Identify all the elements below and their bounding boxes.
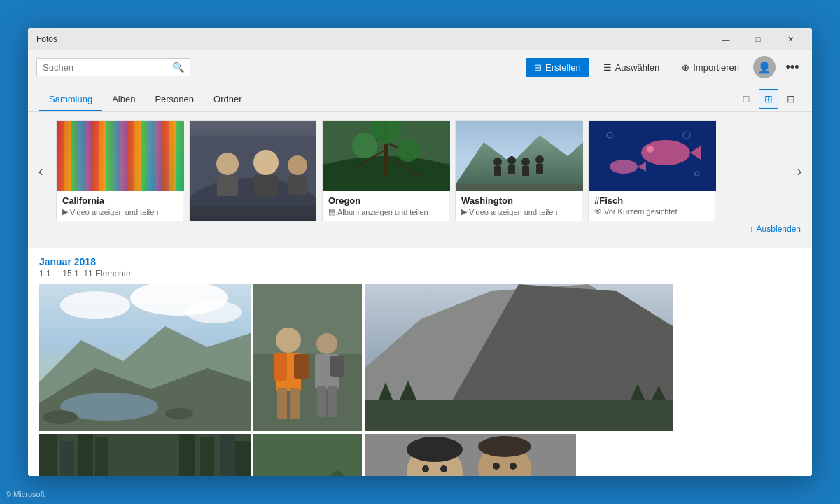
svg-rect-74 bbox=[78, 434, 93, 476]
minimize-button[interactable]: — bbox=[710, 28, 742, 50]
svg-point-33 bbox=[647, 146, 654, 153]
svg-point-23 bbox=[507, 156, 516, 164]
desktop: Fotos — □ ✕ 🔍 ⊞ Erstellen ☰ Auswählen bbox=[0, 0, 840, 504]
window-controls: — □ ✕ bbox=[710, 28, 806, 50]
svg-rect-7 bbox=[288, 175, 307, 195]
album-info-glueckliche: Glückliche Tage ☺ #lächeln bbox=[190, 220, 316, 221]
app-title: Fotos bbox=[36, 34, 57, 44]
tab-sammlung[interactable]: Sammlung bbox=[39, 88, 102, 111]
album-card-glueckliche[interactable]: Glückliche Tage ☺ #lächeln bbox=[189, 120, 316, 221]
search-box[interactable]: 🔍 bbox=[36, 58, 190, 76]
album-subtitle-fisch: 👁 Vor Kurzem gesichtet bbox=[594, 207, 709, 216]
video-icon: ▶ bbox=[62, 207, 68, 216]
erstellen-label: Erstellen bbox=[545, 62, 581, 73]
video-icon-2: ▶ bbox=[461, 207, 467, 216]
photo-grid-row1 bbox=[39, 284, 801, 431]
erstellen-button[interactable]: ⊞ Erstellen bbox=[526, 58, 589, 77]
album-info-oregon: Oregon ▤ Album anzeigen und teilen bbox=[323, 191, 449, 220]
svg-rect-60 bbox=[328, 386, 337, 417]
photos-section: Januar 2018 1.1. – 15.1. 11 Elemente bbox=[28, 248, 812, 476]
svg-point-89 bbox=[422, 465, 429, 472]
svg-rect-53 bbox=[294, 354, 309, 379]
svg-point-91 bbox=[493, 463, 500, 470]
close-button[interactable]: ✕ bbox=[774, 28, 806, 50]
microsoft-credit: © Microsoft bbox=[6, 490, 45, 498]
maximize-button[interactable]: □ bbox=[742, 28, 774, 50]
svg-rect-5 bbox=[254, 175, 278, 197]
auswaehlen-label: Auswählen bbox=[615, 62, 660, 73]
tab-alben[interactable]: Alben bbox=[102, 88, 145, 111]
view-grid-button[interactable]: ⊞ bbox=[759, 89, 778, 108]
svg-point-88 bbox=[478, 436, 531, 457]
erstellen-icon: ⊞ bbox=[534, 62, 542, 73]
svg-point-44 bbox=[165, 408, 193, 419]
section-meta: 1.1. – 15.1. 11 Elemente bbox=[39, 269, 801, 284]
carousel-next-button[interactable]: › bbox=[787, 163, 812, 179]
svg-point-92 bbox=[510, 463, 517, 470]
svg-rect-76 bbox=[179, 434, 195, 476]
svg-point-25 bbox=[522, 158, 530, 166]
tab-personen[interactable]: Personen bbox=[145, 88, 204, 111]
tab-ordner[interactable]: Ordner bbox=[204, 88, 251, 111]
album-card-washington[interactable]: Washington ▶ Video anzeigen und teilen bbox=[455, 120, 582, 221]
nav-tabs-list: Sammlung Alben Personen Ordner bbox=[39, 88, 252, 111]
svg-point-43 bbox=[43, 410, 78, 424]
view-controls: □ ⊞ ⊟ bbox=[736, 89, 801, 111]
albums-list: California ▶ Video anzeigen und teilen bbox=[53, 120, 787, 221]
svg-rect-72 bbox=[39, 434, 57, 476]
svg-point-34 bbox=[610, 160, 638, 174]
svg-rect-22 bbox=[494, 166, 501, 176]
view-single-button[interactable]: □ bbox=[736, 89, 756, 108]
album-title-fisch: #Fisch bbox=[594, 195, 709, 206]
search-icon: 🔍 bbox=[172, 62, 184, 73]
nav-tabs: Sammlung Alben Personen Ordner □ ⊞ ⊟ bbox=[28, 84, 812, 112]
svg-point-90 bbox=[440, 465, 447, 472]
collapse-button[interactable]: ↑ Ausblenden bbox=[750, 224, 801, 234]
svg-point-21 bbox=[493, 158, 502, 166]
photo-people-faces[interactable] bbox=[365, 434, 576, 476]
album-thumb-fisch bbox=[589, 121, 716, 191]
album-card-oregon[interactable]: Oregon ▤ Album anzeigen und teilen bbox=[322, 120, 449, 221]
svg-point-47 bbox=[186, 301, 242, 323]
album-card-california[interactable]: California ▶ Video anzeigen und teilen bbox=[56, 120, 183, 221]
svg-point-50 bbox=[276, 328, 301, 353]
carousel-prev-button[interactable]: ‹ bbox=[28, 163, 53, 179]
album-title-oregon: Oregon bbox=[328, 195, 443, 206]
photo-mountain[interactable] bbox=[365, 284, 673, 431]
svg-rect-52 bbox=[274, 353, 287, 381]
album-thumb-oregon bbox=[323, 121, 450, 191]
svg-rect-24 bbox=[508, 164, 515, 174]
album-info-fisch: #Fisch 👁 Vor Kurzem gesichtet bbox=[589, 191, 715, 220]
importieren-button[interactable]: ⊕ Importieren bbox=[673, 58, 748, 77]
svg-rect-28 bbox=[536, 164, 543, 174]
auswaehlen-button[interactable]: ☰ Auswählen bbox=[595, 58, 668, 77]
svg-rect-26 bbox=[522, 166, 529, 176]
albums-section: ‹ California ▶ Video anzeigen und teilen bbox=[28, 112, 812, 248]
account-button[interactable]: 👤 bbox=[753, 56, 776, 78]
more-button[interactable]: ••• bbox=[781, 56, 804, 78]
album-subtitle-oregon: ▤ Album anzeigen und teilen bbox=[328, 207, 443, 216]
svg-point-31 bbox=[641, 140, 690, 165]
importieren-icon: ⊕ bbox=[682, 62, 690, 73]
album-card-fisch[interactable]: #Fisch 👁 Vor Kurzem gesichtet bbox=[588, 120, 715, 221]
photo-landscape[interactable] bbox=[39, 284, 251, 431]
eye-icon: 👁 bbox=[594, 207, 602, 216]
svg-rect-55 bbox=[290, 388, 300, 419]
collapse-row: ↑ Ausblenden bbox=[28, 221, 812, 239]
search-input[interactable] bbox=[43, 62, 168, 73]
photo-forest-path[interactable] bbox=[39, 434, 251, 476]
photo-hikers[interactable] bbox=[253, 284, 362, 431]
svg-rect-81 bbox=[253, 434, 362, 476]
album-subtitle-washington: ▶ Video anzeigen und teilen bbox=[461, 207, 576, 216]
svg-rect-79 bbox=[235, 441, 251, 476]
svg-point-18 bbox=[397, 139, 419, 162]
svg-point-56 bbox=[316, 333, 337, 354]
view-small-button[interactable]: ⊟ bbox=[781, 89, 801, 108]
svg-point-4 bbox=[253, 150, 279, 175]
album-thumb-glueckliche bbox=[190, 121, 316, 220]
importieren-label: Importieren bbox=[693, 62, 739, 73]
photo-forest2[interactable] bbox=[253, 434, 362, 476]
svg-rect-54 bbox=[277, 388, 287, 419]
toolbar: 🔍 ⊞ Erstellen ☰ Auswählen ⊕ Importieren … bbox=[28, 50, 812, 84]
svg-rect-73 bbox=[60, 441, 74, 476]
